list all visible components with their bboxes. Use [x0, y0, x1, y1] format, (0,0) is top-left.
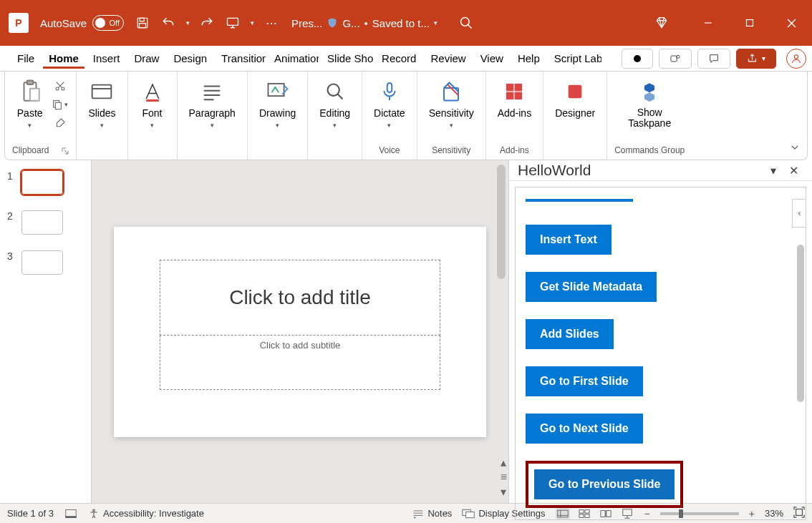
tab-transitions[interactable]: Transitions — [216, 48, 266, 69]
tab-review[interactable]: Review — [425, 48, 471, 69]
document-title-area: Pres... G... • Saved to t... ▾ — [291, 17, 438, 29]
ribbon: Paste▾ ▾ Clipboard Slides▾ Font▾ Parag — [4, 72, 808, 160]
ribbon-group-commands: ShowTaskpane Commands Group — [607, 72, 692, 160]
svg-point-42 — [93, 509, 95, 512]
ribbon-group-drawing: Drawing▾ — [248, 72, 308, 160]
taskpane-close-icon[interactable]: ✕ — [783, 160, 803, 180]
tab-draw[interactable]: Draw — [128, 48, 165, 69]
taskpane-scrollbar[interactable] — [797, 245, 804, 402]
add-slides-button[interactable]: Add Slides — [526, 319, 614, 349]
tab-file[interactable]: File — [11, 48, 40, 69]
go-to-previous-slide-button[interactable]: Go to Previous Slide — [534, 469, 675, 499]
slide[interactable]: Click to add title Click to add subtitle — [114, 227, 486, 437]
qat-more-icon[interactable]: ⋯ — [260, 11, 283, 34]
font-button[interactable]: Font▾ — [135, 77, 170, 130]
drawing-button[interactable]: Drawing▾ — [255, 77, 300, 130]
canvas-scrollbar[interactable] — [497, 165, 506, 279]
autosave-label: AutoSave — [40, 17, 87, 29]
taskpane-dropdown-icon[interactable]: ▾ — [763, 160, 783, 180]
maximize-button[interactable] — [729, 6, 770, 40]
paste-button[interactable]: Paste▾ — [13, 77, 47, 130]
svg-rect-1 — [140, 18, 144, 21]
record-pill-button[interactable] — [622, 49, 653, 69]
svg-rect-3 — [228, 18, 238, 25]
tab-help[interactable]: Help — [512, 48, 546, 69]
title-bar: P AutoSave Off ▾ ▾ ⋯ Pres... G... • Save… — [0, 0, 812, 46]
sensitivity-button[interactable]: Sensitivity▾ — [425, 77, 478, 130]
comments-button[interactable] — [697, 49, 730, 69]
title-placeholder[interactable]: Click to add title — [160, 260, 440, 336]
insert-text-button[interactable]: Insert Text — [526, 225, 612, 255]
tab-design[interactable]: Design — [168, 48, 213, 69]
ribbon-collapse-icon[interactable] — [790, 142, 800, 155]
search-icon[interactable] — [455, 11, 478, 34]
svg-rect-22 — [56, 102, 62, 109]
share-button[interactable]: ▾ — [736, 49, 776, 69]
tab-scriptlab[interactable]: Script Lab — [548, 48, 601, 69]
account-name[interactable]: G... — [342, 17, 359, 29]
ribbon-group-slides: Slides▾ — [77, 72, 127, 160]
minimize-button[interactable] — [687, 6, 729, 40]
zoom-slider[interactable] — [660, 512, 739, 515]
notes-button[interactable]: Notes — [412, 508, 452, 519]
tab-insert[interactable]: Insert — [87, 48, 126, 69]
thumbnail-2[interactable]: 2 — [7, 210, 84, 235]
ribbon-group-paragraph: Paragraph▾ — [178, 72, 248, 160]
designer-button[interactable]: Designer — [551, 77, 599, 120]
svg-rect-2 — [140, 24, 146, 28]
taskpane-partial-button[interactable] — [526, 199, 633, 202]
save-status[interactable]: Saved to t... — [372, 17, 430, 29]
present-dropdown-icon[interactable]: ▾ — [247, 11, 257, 34]
go-to-next-slide-button[interactable]: Go to Next Slide — [526, 414, 643, 444]
redo-icon[interactable] — [195, 11, 218, 34]
shield-icon — [327, 17, 338, 29]
clipboard-dialog-launcher-icon[interactable] — [62, 147, 69, 155]
dictate-button[interactable]: Dictate▾ — [369, 77, 410, 130]
tab-record[interactable]: Record — [376, 48, 422, 69]
undo-icon[interactable] — [157, 11, 180, 34]
show-taskpane-button[interactable]: ShowTaskpane — [624, 77, 675, 131]
get-slide-metadata-button[interactable]: Get Slide Metadata — [526, 272, 657, 302]
paragraph-button[interactable]: Paragraph▾ — [185, 77, 240, 130]
thumbnail-1[interactable]: 1 — [7, 170, 84, 195]
ribbon-group-font: Font▾ — [128, 72, 178, 160]
language-button[interactable] — [65, 509, 77, 519]
tab-slideshow[interactable]: Slide Show — [322, 48, 373, 69]
save-icon[interactable] — [131, 11, 154, 34]
task-pane: HelloWorld ▾ ✕ ‹ Insert Text Get Slide M… — [508, 160, 812, 503]
copy-icon[interactable]: ▾ — [52, 97, 69, 112]
addins-button[interactable]: Add-ins — [493, 77, 536, 120]
tab-animations[interactable]: Animations — [269, 48, 319, 69]
svg-rect-30 — [268, 84, 284, 96]
workspace: 1 2 3 Click to add title Click to add su… — [0, 160, 812, 503]
account-avatar[interactable] — [786, 49, 806, 69]
present-from-start-icon[interactable] — [221, 11, 244, 34]
taskpane-expand-tab[interactable]: ‹ — [792, 199, 806, 228]
document-name[interactable]: Pres... — [291, 17, 322, 29]
ribbon-group-addins: Add-ins Add-ins — [486, 72, 543, 160]
svg-rect-33 — [387, 83, 392, 92]
slide-counter[interactable]: Slide 1 of 3 — [7, 508, 54, 519]
close-button[interactable] — [770, 6, 812, 40]
slide-thumbnail-panel: 1 2 3 — [0, 160, 92, 503]
undo-dropdown-icon[interactable]: ▾ — [183, 11, 193, 34]
tab-home[interactable]: Home — [43, 48, 84, 69]
subtitle-placeholder[interactable]: Click to add subtitle — [160, 336, 440, 390]
editing-button[interactable]: Editing▾ — [315, 77, 354, 130]
thumbnail-3[interactable]: 3 — [7, 250, 84, 275]
slide-nav-arrows[interactable]: ▴≡▾ — [501, 456, 507, 499]
svg-rect-35 — [507, 84, 513, 91]
go-to-first-slide-button[interactable]: Go to First Slide — [526, 366, 643, 396]
format-painter-icon[interactable] — [52, 116, 69, 130]
teams-share-button[interactable] — [659, 49, 692, 69]
autosave-control[interactable]: AutoSave Off — [40, 15, 124, 31]
svg-point-31 — [327, 84, 339, 96]
tab-view[interactable]: View — [475, 48, 509, 69]
svg-point-15 — [794, 54, 798, 58]
cut-icon[interactable] — [52, 79, 69, 93]
ribbon-group-designer: Designer — [543, 72, 607, 160]
slides-button[interactable]: Slides▾ — [84, 77, 120, 130]
diamond-premium-icon[interactable] — [650, 11, 673, 34]
accessibility-button[interactable]: Accessibility: Investigate — [88, 508, 204, 519]
autosave-toggle[interactable]: Off — [92, 15, 124, 31]
